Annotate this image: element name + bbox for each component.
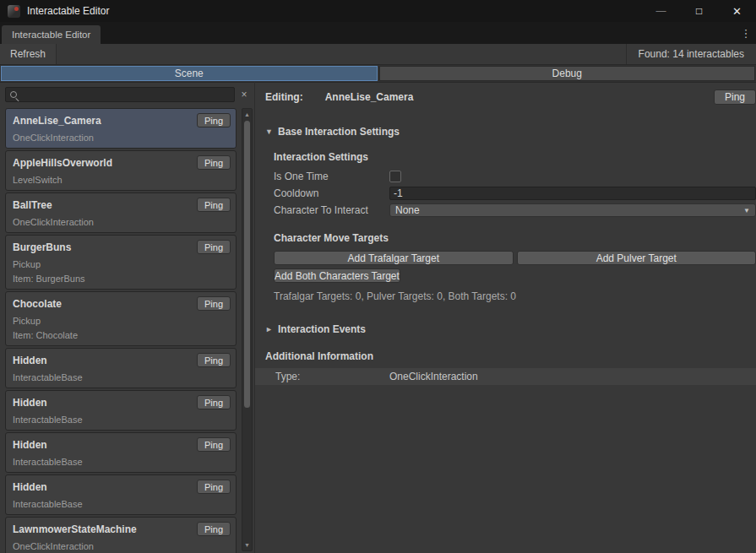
add-trafalgar-target-button[interactable]: Add Trafalgar Target xyxy=(274,251,514,265)
add-pulver-target-button[interactable]: Add Pulver Target xyxy=(517,251,756,265)
list-item-subtitle: InteractableBase xyxy=(13,415,229,425)
ping-button[interactable]: Ping xyxy=(197,240,231,254)
list-item[interactable]: BurgerBuns Ping PickupItem: BurgerBuns xyxy=(5,235,237,290)
list-item-lines: InteractableBase xyxy=(13,499,229,509)
list-item-subtitle: LevelSwitch xyxy=(13,175,229,185)
editor-tab-strip: Interactable Editor ⋮ xyxy=(0,22,756,44)
list-item-subtitle: OneClickInteraction xyxy=(13,133,229,143)
search-input[interactable] xyxy=(21,88,232,101)
inspector-panel: Editing: AnneLise_Camera Ping ▼ Base Int… xyxy=(255,82,756,553)
interaction-settings-header: Interaction Settings xyxy=(274,151,756,163)
ping-button[interactable]: Ping xyxy=(197,395,231,409)
refresh-button[interactable]: Refresh xyxy=(0,44,57,64)
list-item-lines: InteractableBase xyxy=(13,372,229,382)
dropdown-value: None xyxy=(395,204,420,216)
type-value: OneClickInteraction xyxy=(389,371,478,382)
list-item-lines: InteractableBase xyxy=(13,415,229,425)
interactable-editor-window: Interactable Editor — □ ✕ Interactable E… xyxy=(0,0,756,553)
tab-interactable-editor[interactable]: Interactable Editor xyxy=(2,25,101,44)
foldout-interaction-events[interactable]: ► Interaction Events xyxy=(265,323,756,335)
foldout-base-label: Base Interaction Settings xyxy=(278,126,400,138)
title-bar: Interactable Editor — □ ✕ xyxy=(0,0,756,22)
chevron-right-icon: ► xyxy=(265,325,273,333)
ping-button[interactable]: Ping xyxy=(197,353,231,367)
chevron-down-icon: ▼ xyxy=(265,127,273,136)
ping-button[interactable]: Ping xyxy=(197,522,231,536)
chevron-down-icon: ▼ xyxy=(743,207,750,214)
list-item-lines: PickupItem: Chocolate xyxy=(13,316,229,340)
list-item[interactable]: Hidden Ping InteractableBase xyxy=(5,390,237,431)
clear-search-button[interactable]: × xyxy=(237,89,251,100)
list-item[interactable]: Chocolate Ping PickupItem: Chocolate xyxy=(5,291,237,346)
list-item-subtitle: InteractableBase xyxy=(13,372,229,382)
list-item[interactable]: LawnmowerStateMachine Ping OneClickInter… xyxy=(5,517,237,553)
tab-debug[interactable]: Debug xyxy=(379,66,756,81)
scene-list-panel: × AnneLise_Camera Ping OneClickInteracti… xyxy=(0,82,255,553)
scroll-up-icon[interactable]: ▲ xyxy=(242,109,252,120)
list-item-subtitle: Pickup xyxy=(13,316,229,326)
ping-button[interactable]: Ping xyxy=(197,198,231,212)
minimize-button[interactable]: — xyxy=(642,0,680,22)
list-item[interactable]: AppleHillsOverworld Ping LevelSwitch xyxy=(5,150,237,191)
type-row: Type: OneClickInteraction xyxy=(255,368,756,385)
close-button[interactable]: ✕ xyxy=(718,0,756,22)
window-title: Interactable Editor xyxy=(27,5,109,17)
cooldown-input[interactable] xyxy=(389,187,756,200)
character-to-interact-dropdown[interactable]: None ▼ xyxy=(389,203,756,217)
list-item[interactable]: Hidden Ping InteractableBase xyxy=(5,348,237,388)
is-one-time-label: Is One Time xyxy=(274,171,389,182)
app-icon xyxy=(8,5,20,18)
list-item-lines: PickupItem: BurgerBuns xyxy=(13,259,229,284)
ping-button[interactable]: Ping xyxy=(197,296,231,311)
search-box xyxy=(5,87,235,102)
ping-button[interactable]: Ping xyxy=(197,480,231,494)
list-item-subtitle: InteractableBase xyxy=(13,457,229,467)
editing-value: AnneLise_Camera xyxy=(325,91,414,103)
targets-summary: Trafalgar Targets: 0, Pulver Targets: 0,… xyxy=(274,290,756,302)
cooldown-label: Cooldown xyxy=(274,187,389,199)
ping-button[interactable]: Ping xyxy=(197,155,231,170)
list-item-subtitle: Item: BurgerBuns xyxy=(13,274,229,284)
list-item[interactable]: Hidden Ping InteractableBase xyxy=(5,474,237,515)
list-item-subtitle: InteractableBase xyxy=(13,499,229,509)
foldout-base-interaction-settings[interactable]: ▼ Base Interaction Settings xyxy=(265,126,756,138)
kebab-menu-icon[interactable]: ⋮ xyxy=(739,22,753,44)
list-item[interactable]: Hidden Ping InteractableBase xyxy=(5,432,237,473)
foldout-events-label: Interaction Events xyxy=(278,323,366,335)
list-item-subtitle: OneClickInteraction xyxy=(13,541,229,551)
list-item[interactable]: BallTree Ping OneClickInteraction xyxy=(5,192,237,233)
list-item-lines: OneClickInteraction xyxy=(13,217,229,227)
list-item-lines: LevelSwitch xyxy=(13,175,229,185)
interactable-list: AnneLise_Camera Ping OneClickInteraction… xyxy=(0,108,254,553)
additional-information-header: Additional Information xyxy=(265,350,756,362)
inspector-ping-button[interactable]: Ping xyxy=(714,89,756,105)
editing-label: Editing: xyxy=(265,91,303,103)
is-one-time-checkbox[interactable] xyxy=(389,171,401,182)
list-item-subtitle: OneClickInteraction xyxy=(13,217,229,227)
scrollbar[interactable]: ▲ ▼ xyxy=(242,108,253,551)
maximize-button[interactable]: □ xyxy=(680,0,718,22)
list-item[interactable]: AnneLise_Camera Ping OneClickInteraction xyxy=(5,108,237,149)
search-icon xyxy=(10,91,17,98)
found-count-label: Found: 14 interactables xyxy=(626,44,756,64)
character-move-targets-header: Character Move Targets xyxy=(274,232,756,244)
list-item-lines: OneClickInteraction xyxy=(13,133,229,143)
list-item-subtitle: Item: Chocolate xyxy=(13,330,229,340)
character-to-interact-label: Character To Interact xyxy=(274,204,389,216)
add-both-characters-target-button[interactable]: Add Both Characters Target xyxy=(274,268,400,283)
tab-scene[interactable]: Scene xyxy=(1,66,378,81)
list-item-subtitle: Pickup xyxy=(13,259,229,269)
view-tabs: Scene Debug xyxy=(0,65,756,83)
toolbar: Refresh Found: 14 interactables xyxy=(0,44,756,65)
scroll-thumb[interactable] xyxy=(244,121,250,408)
scroll-down-icon[interactable]: ▼ xyxy=(242,539,252,550)
list-item-lines: InteractableBase xyxy=(13,457,229,467)
ping-button[interactable]: Ping xyxy=(197,113,231,127)
ping-button[interactable]: Ping xyxy=(197,437,231,452)
list-item-lines: OneClickInteraction xyxy=(13,541,229,551)
type-label: Type: xyxy=(275,371,389,382)
